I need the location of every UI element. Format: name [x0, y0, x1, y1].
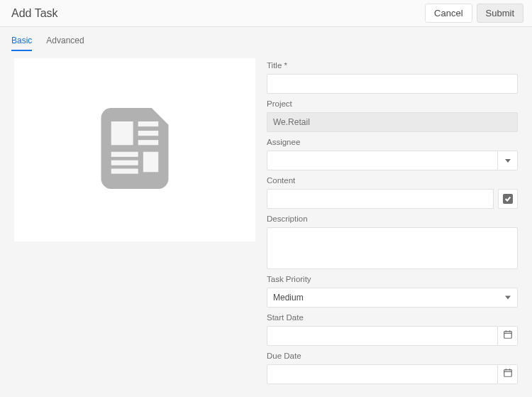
title-label: Title * [267, 61, 518, 70]
dialog-title: Add Task [11, 7, 58, 20]
priority-label: Task Priority [267, 275, 518, 283]
dialog-body: Title * Project Assignee Content Descrip… [0, 51, 532, 397]
calendar-icon [503, 330, 513, 342]
start-date-input[interactable] [267, 326, 498, 346]
submit-button[interactable]: Submit [477, 4, 523, 23]
svg-rect-6 [111, 161, 138, 165]
priority-select[interactable]: Medium [267, 288, 518, 308]
svg-rect-7 [111, 169, 138, 174]
assignee-input[interactable] [267, 151, 498, 170]
due-date-label: Due Date [267, 352, 518, 360]
content-label: Content [267, 176, 518, 185]
svg-rect-2 [138, 131, 159, 136]
svg-rect-5 [143, 152, 158, 173]
start-date-label: Start Date [267, 313, 518, 322]
description-textarea[interactable] [267, 227, 518, 269]
due-date-input[interactable] [267, 364, 498, 384]
content-input[interactable] [267, 189, 494, 209]
cancel-button[interactable]: Cancel [425, 4, 472, 23]
preview-panel [14, 58, 255, 241]
chevron-down-icon [505, 159, 511, 163]
svg-rect-0 [111, 121, 133, 145]
svg-rect-12 [504, 370, 511, 377]
content-picker-button[interactable] [498, 189, 518, 209]
checkbox-icon [503, 194, 513, 204]
task-form: Title * Project Assignee Content Descrip… [267, 58, 518, 384]
svg-rect-8 [504, 332, 511, 339]
header-actions: Cancel Submit [425, 4, 523, 23]
due-date-picker-button[interactable] [498, 364, 518, 384]
svg-rect-1 [138, 121, 159, 126]
dialog-header: Add Task Cancel Submit [0, 0, 532, 27]
assignee-dropdown-button[interactable] [498, 151, 518, 170]
calendar-icon [503, 368, 513, 381]
start-date-picker-button[interactable] [498, 326, 518, 346]
tab-advanced[interactable]: Advanced [46, 36, 84, 51]
tab-bar: Basic Advanced [0, 27, 532, 51]
description-label: Description [267, 214, 518, 223]
assignee-label: Assignee [267, 138, 518, 146]
document-placeholder-icon [101, 108, 169, 192]
svg-rect-3 [138, 140, 159, 145]
title-input[interactable] [267, 74, 518, 94]
svg-rect-4 [111, 152, 138, 157]
project-input [267, 112, 518, 132]
project-label: Project [267, 99, 518, 108]
tab-basic[interactable]: Basic [11, 36, 32, 51]
